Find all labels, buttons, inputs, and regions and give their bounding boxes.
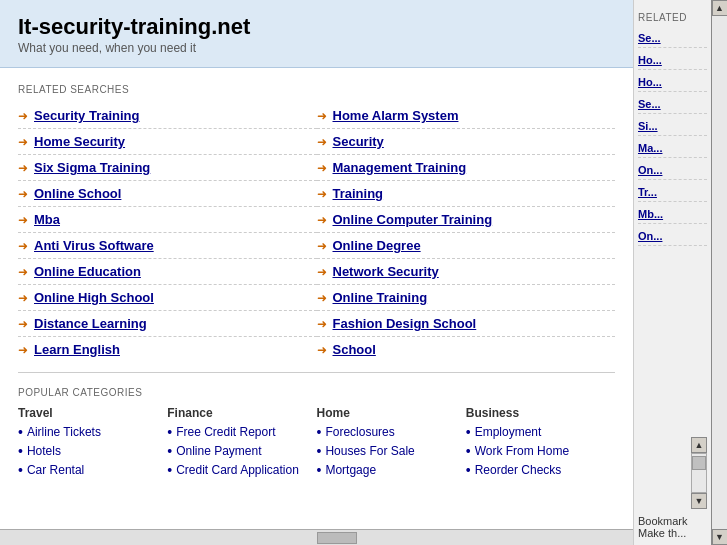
arrow-icon: ➜ bbox=[317, 135, 327, 149]
search-col-2: ➜ Home Alarm System ➜ Security ➜ Managem… bbox=[317, 103, 616, 362]
search-link[interactable]: Fashion Design School bbox=[333, 316, 477, 331]
search-col-1: ➜ Security Training ➜ Home Security ➜ Si… bbox=[18, 103, 317, 362]
related-searches-label: RELATED SEARCHES bbox=[18, 84, 615, 95]
category-link[interactable]: Mortgage bbox=[317, 462, 458, 478]
list-item: ➜ Management Training bbox=[317, 155, 616, 181]
site-tagline: What you need, when you need it bbox=[18, 41, 196, 55]
related-searches-section: RELATED SEARCHES ➜ Security Training ➜ H… bbox=[0, 68, 633, 362]
search-link[interactable]: Online Training bbox=[333, 290, 428, 305]
sidebar-link[interactable]: Ho... bbox=[638, 73, 707, 92]
sidebar-link[interactable]: Se... bbox=[638, 29, 707, 48]
search-link[interactable]: Online School bbox=[34, 186, 121, 201]
sidebar-link[interactable]: Se... bbox=[638, 95, 707, 114]
search-link[interactable]: Home Security bbox=[34, 134, 125, 149]
arrow-icon: ➜ bbox=[18, 265, 28, 279]
list-item: ➜ Fashion Design School bbox=[317, 311, 616, 337]
arrow-icon: ➜ bbox=[18, 135, 28, 149]
category-link[interactable]: Online Payment bbox=[167, 443, 308, 459]
search-link[interactable]: Training bbox=[333, 186, 384, 201]
search-link[interactable]: Online High School bbox=[34, 290, 154, 305]
list-item: ➜ Network Security bbox=[317, 259, 616, 285]
window-scrollbar[interactable]: ▲ ▼ bbox=[711, 0, 727, 545]
list-item: ➜ Security bbox=[317, 129, 616, 155]
sidebar-link[interactable]: Mb... bbox=[638, 205, 707, 224]
sidebar-link[interactable]: On... bbox=[638, 161, 707, 180]
arrow-icon: ➜ bbox=[317, 213, 327, 227]
popular-categories-label: POPULAR CATEGORIES bbox=[18, 387, 615, 398]
sidebar-scrollbar[interactable]: ▲ ▼ bbox=[638, 437, 707, 509]
scroll-down-btn[interactable]: ▼ bbox=[691, 493, 707, 509]
list-item: ➜ Online Computer Training bbox=[317, 207, 616, 233]
category-link[interactable]: Car Rental bbox=[18, 462, 159, 478]
category-link[interactable]: Reorder Checks bbox=[466, 462, 607, 478]
sidebar-link[interactable]: Ho... bbox=[638, 51, 707, 70]
list-item: ➜ Online Degree bbox=[317, 233, 616, 259]
arrow-icon: ➜ bbox=[18, 213, 28, 227]
list-item: ➜ Anti Virus Software bbox=[18, 233, 317, 259]
search-link[interactable]: Online Education bbox=[34, 264, 141, 279]
search-link[interactable]: Six Sigma Training bbox=[34, 160, 150, 175]
category-link[interactable]: Credit Card Application bbox=[167, 462, 308, 478]
category-col-finance: Finance Free Credit Report Online Paymen… bbox=[167, 406, 316, 481]
arrow-icon: ➜ bbox=[18, 343, 28, 357]
sidebar-link[interactable]: Si... bbox=[638, 117, 707, 136]
search-columns: ➜ Security Training ➜ Home Security ➜ Si… bbox=[18, 103, 615, 362]
search-link[interactable]: Security bbox=[333, 134, 384, 149]
category-link[interactable]: Hotels bbox=[18, 443, 159, 459]
horizontal-scrollbar[interactable] bbox=[0, 529, 633, 545]
search-link[interactable]: Learn English bbox=[34, 342, 120, 357]
category-col-business: Business Employment Work From Home Reord… bbox=[466, 406, 615, 481]
search-link[interactable]: Distance Learning bbox=[34, 316, 147, 331]
list-item: ➜ Home Alarm System bbox=[317, 103, 616, 129]
search-link[interactable]: Security Training bbox=[34, 108, 139, 123]
arrow-icon: ➜ bbox=[317, 265, 327, 279]
bookmark-area: Bookmark Make th... bbox=[638, 515, 707, 539]
category-col-home: Home Foreclosures Houses For Sale Mortga… bbox=[317, 406, 466, 481]
categories-columns: Travel Airline Tickets Hotels Car Rental… bbox=[18, 406, 615, 481]
arrow-icon: ➜ bbox=[317, 109, 327, 123]
list-item: ➜ Home Security bbox=[18, 129, 317, 155]
arrow-icon: ➜ bbox=[317, 291, 327, 305]
search-link[interactable]: Online Computer Training bbox=[333, 212, 493, 227]
search-link[interactable]: Anti Virus Software bbox=[34, 238, 154, 253]
list-item: ➜ Online High School bbox=[18, 285, 317, 311]
sidebar-link[interactable]: On... bbox=[638, 227, 707, 246]
list-item: ➜ Distance Learning bbox=[18, 311, 317, 337]
category-link[interactable]: Free Credit Report bbox=[167, 424, 308, 440]
scroll-thumb[interactable] bbox=[692, 456, 706, 470]
sidebar-link[interactable]: Tr... bbox=[638, 183, 707, 202]
category-link[interactable]: Airline Tickets bbox=[18, 424, 159, 440]
arrow-icon: ➜ bbox=[18, 187, 28, 201]
category-link[interactable]: Work From Home bbox=[466, 443, 607, 459]
list-item: ➜ Mba bbox=[18, 207, 317, 233]
search-link[interactable]: Management Training bbox=[333, 160, 467, 175]
scrollbar-thumb[interactable] bbox=[317, 532, 357, 544]
right-sidebar: RELATED Se... Ho... Ho... Se... Si... Ma… bbox=[633, 0, 711, 545]
category-link[interactable]: Employment bbox=[466, 424, 607, 440]
scroll-up-button[interactable]: ▲ bbox=[712, 0, 728, 16]
header: It-security-training.net What you need, … bbox=[0, 0, 633, 68]
scroll-track bbox=[712, 16, 728, 529]
search-link[interactable]: Home Alarm System bbox=[333, 108, 459, 123]
category-link[interactable]: Houses For Sale bbox=[317, 443, 458, 459]
list-item: ➜ Security Training bbox=[18, 103, 317, 129]
category-title-home: Home bbox=[317, 406, 458, 420]
arrow-icon: ➜ bbox=[317, 343, 327, 357]
arrow-icon: ➜ bbox=[317, 161, 327, 175]
search-link[interactable]: School bbox=[333, 342, 376, 357]
scroll-down-button[interactable]: ▼ bbox=[712, 529, 728, 545]
list-item: ➜ Training bbox=[317, 181, 616, 207]
list-item: ➜ School bbox=[317, 337, 616, 362]
list-item: ➜ Online Training bbox=[317, 285, 616, 311]
search-link[interactable]: Network Security bbox=[333, 264, 439, 279]
arrow-icon: ➜ bbox=[317, 239, 327, 253]
category-link[interactable]: Foreclosures bbox=[317, 424, 458, 440]
arrow-icon: ➜ bbox=[317, 187, 327, 201]
scroll-up-btn[interactable]: ▲ bbox=[691, 437, 707, 453]
search-link[interactable]: Online Degree bbox=[333, 238, 421, 253]
category-title-travel: Travel bbox=[18, 406, 159, 420]
search-link[interactable]: Mba bbox=[34, 212, 60, 227]
sidebar-link[interactable]: Ma... bbox=[638, 139, 707, 158]
popular-categories-section: POPULAR CATEGORIES Travel Airline Ticket… bbox=[0, 373, 633, 491]
arrow-icon: ➜ bbox=[18, 291, 28, 305]
